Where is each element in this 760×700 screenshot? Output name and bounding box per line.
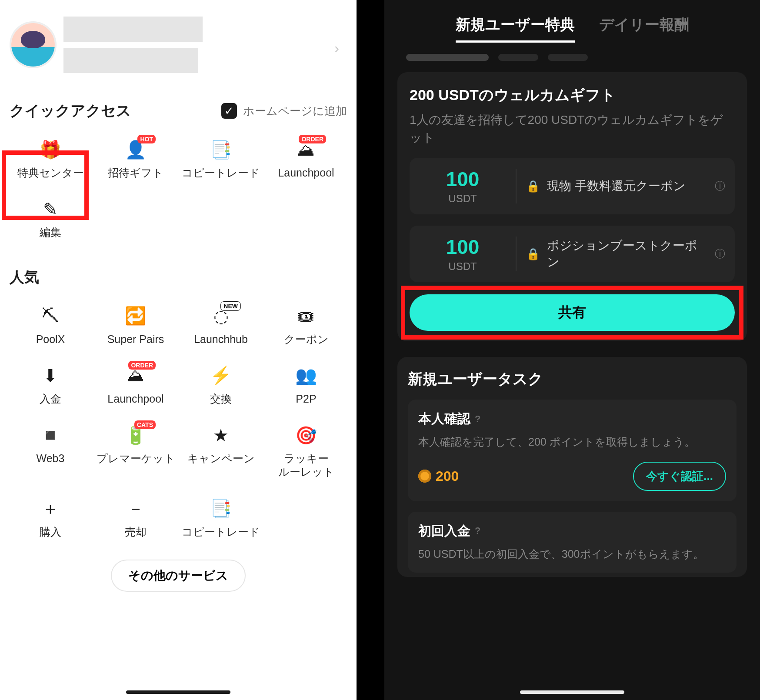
tile-buy[interactable]: ＋購入 (10, 495, 91, 542)
swap-icon: ⚡ (210, 365, 231, 386)
tile-label: コピートレード (182, 166, 260, 180)
invite-icon: 👤HOT (125, 139, 146, 160)
tile-label: Web3 (37, 452, 65, 465)
tile-sell[interactable]: －売却 (95, 495, 177, 542)
more-services-button[interactable]: その他のサービス (111, 560, 246, 592)
coupon-unit: USDT (419, 260, 506, 273)
rewards-panel: 新規ユーザー特典 デイリー報酬 200 USDTのウェルカムギフト 1人の友達を… (384, 0, 760, 700)
tile-super-pairs[interactable]: 🔁Super Pairs (95, 302, 177, 350)
tile-label: コピートレード (182, 525, 260, 539)
p2p-icon: 👥 (296, 365, 317, 386)
tile-label: PoolX (36, 333, 65, 346)
coupon-position-boost[interactable]: 100 USDT 🔒 ポジションブーストクーポン ⓘ (410, 226, 735, 282)
star-icon: ★ (210, 425, 231, 446)
welcome-gift-card: 200 USDTのウェルカムギフト 1人の友達を招待して200 USDTのウェル… (397, 72, 747, 341)
tasks-title: 新規ユーザータスク (408, 369, 737, 389)
tile-label: キャンペーン (187, 452, 255, 465)
tile-deposit[interactable]: ⬇入金 (10, 362, 91, 409)
info-icon[interactable]: ⓘ (715, 179, 725, 193)
tile-launchhub[interactable]: ◌NEWLaunchhub (180, 302, 262, 350)
coin-icon (418, 470, 431, 483)
tile-web3[interactable]: ◾Web3 (10, 421, 91, 483)
tile-coupon[interactable]: 🎟クーポン (265, 302, 347, 350)
home-indicator (520, 690, 624, 694)
tile-label: 入金 (40, 392, 61, 406)
filter-pill[interactable] (548, 54, 588, 61)
copy-icon: 📑 (210, 139, 231, 160)
tile-label: Super Pairs (107, 333, 164, 346)
lock-icon: 🔒 (526, 179, 540, 194)
hot-badge: HOT (137, 135, 156, 143)
tab-new-user[interactable]: 新規ユーザー特典 (456, 15, 575, 43)
task-first-deposit[interactable]: 初回入金 ? 50 USDT以上の初回入金で、300ポイントがもらえます。 (408, 512, 737, 573)
verify-now-button[interactable]: 今すぐ認証... (633, 462, 726, 491)
tile-lucky[interactable]: 🎯ラッキー ルーレット (265, 421, 347, 483)
ticket-icon: 🎟 (296, 306, 317, 327)
divider (516, 169, 517, 203)
tile-copy-trade[interactable]: 📑 コピートレード (180, 136, 262, 183)
task-subtitle: 本人確認を完了して、200 ポイントを取得しましょう。 (418, 434, 726, 450)
welcome-subtitle: 1人の友達を招待して200 USDTのウェルカムギフトをゲット (410, 111, 735, 147)
home-indicator (126, 690, 230, 694)
share-button[interactable]: 共有 (410, 294, 735, 331)
tile-rewards-center[interactable]: 🎁 特典センター (10, 136, 91, 183)
task-subtitle: 50 USDT以上の初回入金で、300ポイントがもらえます。 (418, 546, 726, 563)
help-icon[interactable]: ? (475, 413, 480, 425)
pairs-icon: 🔁 (125, 306, 146, 327)
info-icon[interactable]: ⓘ (715, 247, 725, 261)
tile-edit[interactable]: ✎ 編集 (10, 195, 91, 243)
coupon-unit: USDT (419, 193, 506, 205)
buy-icon: ＋ (40, 498, 61, 519)
tile-invite-gift[interactable]: 👤HOT 招待ギフト (95, 136, 177, 183)
filter-pill[interactable] (498, 54, 538, 61)
tile-campaign[interactable]: ★キャンペーン (180, 421, 262, 483)
tile-copy-trade-2[interactable]: 📑コピートレード (180, 495, 262, 542)
tile-label: Launchpool (107, 392, 163, 406)
coupon-amount: 100 (419, 167, 506, 191)
tile-premarket[interactable]: 🔋CATSプレマーケット (95, 421, 177, 483)
welcome-title: 200 USDTのウェルカムギフト (410, 85, 735, 105)
task-points: 200 (418, 468, 459, 484)
coupon-spot-fee[interactable]: 100 USDT 🔒 現物 手数料還元クーポン ⓘ (410, 158, 735, 214)
pool-icon: ⛰ORDER (296, 139, 317, 160)
popular-title: 人気 (10, 267, 39, 287)
rewards-tabs: 新規ユーザー特典 デイリー報酬 (397, 0, 747, 52)
pool-icon: ⛰ORDER (125, 365, 146, 386)
panel-gap (357, 0, 384, 700)
tile-label: 招待ギフト (108, 166, 163, 180)
check-icon: ✓ (221, 103, 237, 119)
tile-label: プレマーケット (97, 452, 175, 465)
new-badge: NEW (220, 301, 241, 311)
order-badge: ORDER (128, 361, 156, 370)
tile-label: P2P (296, 392, 316, 406)
coupon-desc: 現物 手数料還元クーポン (547, 178, 686, 194)
tile-label: 編集 (40, 226, 61, 239)
roulette-icon: 🎯 (296, 425, 317, 446)
tile-poolx[interactable]: ⛏PoolX (10, 302, 91, 350)
new-user-tasks-card: 新規ユーザータスク 本人確認 ? 本人確認を完了して、200 ポイントを取得しま… (397, 357, 747, 577)
filter-pill[interactable] (406, 54, 489, 61)
lock-icon: 🔒 (526, 247, 540, 262)
tile-launchpool[interactable]: ⛰ORDER Launchpool (265, 136, 347, 183)
profile-name-redacted (63, 17, 203, 73)
tile-label: 売却 (125, 525, 147, 539)
tile-label: クーポン (284, 333, 329, 346)
task-title: 本人確認 (418, 410, 470, 428)
tab-daily[interactable]: デイリー報酬 (599, 15, 689, 43)
tile-swap[interactable]: ⚡交換 (180, 362, 262, 409)
help-icon[interactable]: ? (475, 525, 480, 537)
popular-grid: ⛏PoolX 🔁Super Pairs ◌NEWLaunchhub 🎟クーポン … (10, 302, 347, 542)
tile-label: 交換 (210, 392, 232, 406)
tile-label: 購入 (40, 525, 61, 539)
quick-access-grid: 🎁 特典センター 👤HOT 招待ギフト 📑 コピートレード ⛰ORDER Lau… (10, 136, 347, 243)
quick-access-title: クイックアクセス (10, 101, 131, 121)
points-value: 200 (436, 468, 459, 484)
tile-launchpool-2[interactable]: ⛰ORDERLaunchpool (95, 362, 177, 409)
avatar[interactable] (11, 23, 55, 67)
add-to-homepage-toggle[interactable]: ✓ ホームページに追加 (221, 103, 347, 119)
profile-row[interactable]: › (10, 12, 347, 90)
tile-p2p[interactable]: 👥P2P (265, 362, 347, 409)
premarket-icon: 🔋CATS (125, 425, 146, 446)
divider (516, 237, 517, 271)
task-kyc[interactable]: 本人確認 ? 本人確認を完了して、200 ポイントを取得しましょう。 200 今… (408, 400, 737, 501)
